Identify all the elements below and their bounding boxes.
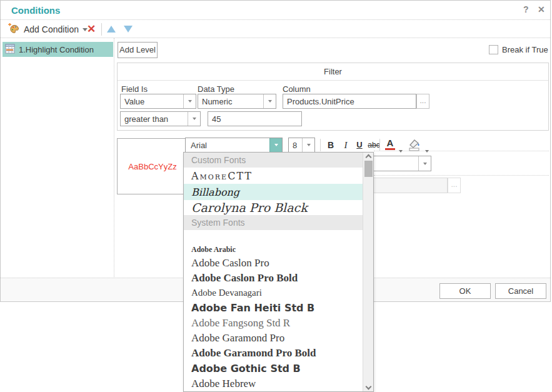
font-color-swatch	[385, 148, 395, 150]
add-condition-label: Add Condition	[24, 24, 79, 34]
font-size-dropdown-button[interactable]	[302, 138, 314, 152]
toolbar-separator	[101, 23, 102, 36]
font-item-blank[interactable]	[184, 230, 363, 244]
font-dropdown-items: Custom Fonts AmoreCTT Billabong Carolyna…	[184, 153, 363, 391]
font-item-adobe-gothic-std-b[interactable]: Adobe Gothic Std B	[184, 361, 363, 376]
data-type-label: Data Type	[198, 84, 234, 94]
add-condition-button[interactable]: Add Condition	[6, 22, 90, 37]
font-name-dropdown-button[interactable]	[269, 138, 282, 152]
filter-groupbox: Filter Field Is Data Type Column Value N…	[117, 63, 549, 131]
conditions-dialog-screen: Conditions ? ✕ Add Condition ✕	[0, 0, 552, 392]
font-item-adobe-fangsong-std-r[interactable]: Adobe Fangsong Std R	[184, 316, 363, 331]
font-item-billabong[interactable]: Billabong	[184, 184, 363, 200]
close-icon[interactable]: ✕	[538, 4, 545, 14]
font-item-adobe-garamond-pro[interactable]: Adobe Garamond Pro	[184, 331, 363, 345]
font-item-adobe-garamond-pro-bold[interactable]: Adobe Garamond Pro Bold	[184, 345, 363, 361]
cancel-button[interactable]: Cancel	[495, 283, 546, 299]
strikethrough-button[interactable]: abc	[367, 138, 381, 153]
help-icon[interactable]: ?	[523, 4, 529, 14]
data-type-value: Numeric	[202, 97, 262, 106]
italic-button[interactable]: I	[339, 138, 353, 153]
font-size-select[interactable]: 8	[288, 138, 315, 153]
scroll-down-icon[interactable]	[366, 384, 372, 390]
font-size-value: 8	[293, 141, 301, 150]
dialog-title: Conditions	[11, 5, 60, 16]
field-is-label: Field Is	[121, 84, 148, 94]
font-group-header: System Fonts	[184, 215, 363, 230]
condition-item-label: 1.Highlight Condition	[19, 45, 94, 54]
expression-browse-button[interactable]: ...	[448, 178, 461, 193]
operator-select[interactable]: greater than	[120, 111, 201, 126]
fill-color-dropdown-button[interactable]	[425, 144, 429, 155]
column-label: Column	[283, 84, 311, 94]
font-list-scrollbar[interactable]	[363, 153, 373, 391]
scroll-up-icon[interactable]	[366, 154, 372, 161]
break-if-true-label: Break if True	[502, 45, 548, 54]
field-is-select[interactable]: Value	[120, 94, 196, 109]
ok-button[interactable]: OK	[439, 283, 491, 299]
move-up-button[interactable]	[107, 26, 116, 33]
field-is-dropdown-button[interactable]	[183, 94, 196, 108]
font-name-value: Arial	[191, 141, 268, 150]
chevron-down-icon	[268, 100, 272, 103]
conditions-list-panel: 1.Highlight Condition	[1, 38, 114, 278]
break-if-true-checkbox[interactable]	[489, 45, 498, 54]
font-item-adobe-caslon-pro-bold[interactable]: Adobe Caslon Pro Bold	[184, 271, 363, 286]
dialog-toolbar: Add Condition ✕	[1, 21, 550, 38]
chevron-down-icon	[193, 118, 196, 120]
scrollbar-thumb[interactable]	[364, 161, 373, 177]
chevron-down-icon	[188, 100, 192, 103]
font-name-select[interactable]: Arial	[185, 138, 283, 153]
underline-button[interactable]: U	[353, 138, 366, 153]
font-item-carolyna-pro-black[interactable]: Carolyna Pro Black	[184, 200, 363, 215]
font-item-adobe-devanagari[interactable]: Adobe Devanagari	[184, 286, 363, 299]
condition-value-input[interactable]: 45	[208, 111, 302, 126]
font-item-adobe-fan-heiti-std-b[interactable]: Adobe Fan Heiti Std B	[184, 299, 363, 316]
chevron-down-icon	[423, 163, 427, 165]
font-color-glyph: A	[384, 138, 396, 149]
font-dropdown-list: Custom Fonts AmoreCTT Billabong Carolyna…	[183, 152, 374, 392]
font-color-button[interactable]: A	[384, 138, 396, 153]
move-down-button[interactable]	[124, 26, 133, 33]
panel-separator	[374, 175, 549, 176]
palette-plus-icon	[8, 23, 20, 36]
format-separator	[379, 139, 380, 151]
format-separator	[320, 139, 321, 151]
bold-button[interactable]: B	[324, 138, 338, 153]
delete-condition-button[interactable]: ✕	[84, 22, 99, 37]
operator-dropdown-button[interactable]	[188, 112, 200, 126]
operator-value: greater than	[124, 114, 186, 124]
font-item-adobe-caslon-pro[interactable]: Adobe Caslon Pro	[184, 255, 363, 271]
font-group-header: Custom Fonts	[184, 153, 363, 168]
data-type-select[interactable]: Numeric	[198, 94, 276, 109]
column-input[interactable]: Products.UnitPrice	[283, 94, 416, 109]
font-item-adobe-hebrew[interactable]: Adobe Hebrew	[184, 376, 363, 391]
chevron-down-icon	[307, 144, 311, 146]
add-level-button[interactable]: Add Level	[118, 42, 158, 58]
chevron-down-icon	[274, 144, 278, 146]
highlight-condition-icon	[5, 44, 15, 56]
break-if-true-row: Break if True	[489, 45, 548, 54]
style-preview-box: AaBbCcYyZz	[117, 138, 188, 194]
condition-list-item[interactable]: 1.Highlight Condition	[3, 42, 113, 57]
fill-color-button[interactable]	[407, 137, 422, 152]
data-type-dropdown-button[interactable]	[263, 94, 276, 108]
field-is-value: Value	[124, 97, 182, 106]
font-item-amorectt[interactable]: AmoreCTT	[184, 168, 363, 184]
column-browse-button[interactable]: ...	[416, 94, 429, 109]
font-color-dropdown-button[interactable]	[399, 144, 403, 155]
font-item-adobe-arabic[interactable]: Adobe Arabic	[184, 244, 363, 255]
title-bar: Conditions ? ✕	[1, 1, 550, 20]
background-select-dropdown-button[interactable]	[418, 156, 431, 171]
filter-group-title: Filter	[118, 63, 548, 81]
